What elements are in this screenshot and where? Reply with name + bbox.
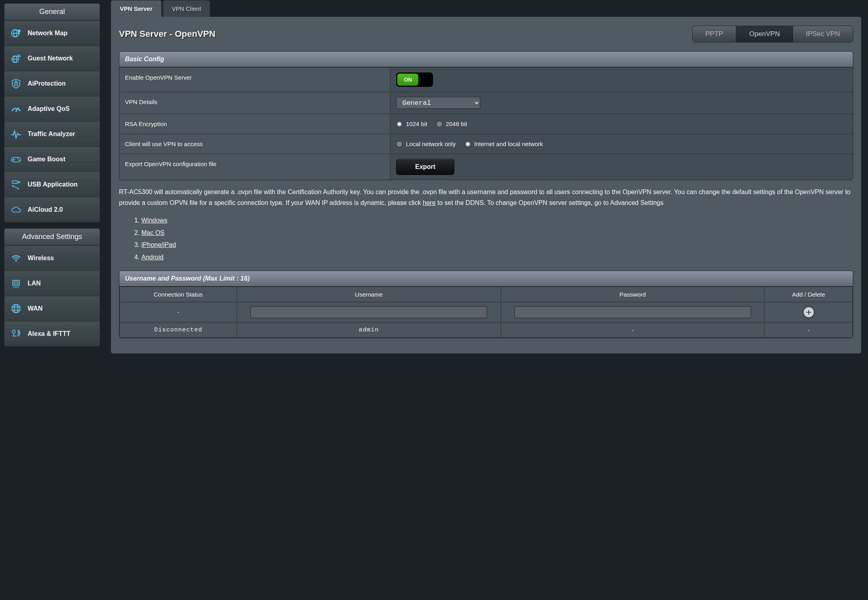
platform-link-android[interactable]: Android	[141, 254, 163, 261]
svg-rect-7	[14, 83, 18, 86]
sidebar-general-header: General	[4, 4, 100, 20]
sidebar-item-wan[interactable]: WAN	[4, 296, 100, 321]
sidebar-advanced-panel: Advanced Settings WirelessLANWANAlexa & …	[4, 228, 100, 347]
svg-point-26	[12, 305, 20, 313]
sidebar-general-panel: General Network MapGuest NetworkAiProtec…	[4, 3, 100, 223]
globe-wifi-icon	[9, 52, 23, 65]
ddns-here-link[interactable]: here	[423, 199, 436, 206]
svg-rect-20	[13, 281, 20, 286]
sidebar-item-game-boost[interactable]: Game Boost	[4, 146, 100, 172]
section-userpass: Username and Password (Max Limit : 16) C…	[119, 271, 853, 338]
row-action: -	[765, 322, 853, 337]
platform-list: WindowsMac OSiPhone/iPadAndroid	[119, 215, 853, 263]
lan-icon	[9, 277, 23, 290]
sidebar-item-alexa-ifttt[interactable]: Alexa & IFTTT	[4, 321, 100, 346]
globe-pin-icon	[9, 26, 23, 40]
svg-point-18	[18, 188, 19, 189]
rsa-1024-radio[interactable]: 1024 bit	[396, 120, 427, 127]
vpn-access-label: Client will use VPN to access	[119, 134, 391, 154]
rsa-encryption-label: RSA Encryption	[119, 114, 391, 134]
pulse-icon	[9, 127, 23, 141]
sidebar-item-aiprotection[interactable]: AiProtection	[4, 71, 100, 96]
gauge-icon	[9, 102, 23, 116]
export-config-label: Export OpenVPN configuration file	[119, 154, 391, 180]
platform-link-mac-os[interactable]: Mac OS	[141, 229, 165, 236]
radio-icon	[396, 141, 403, 147]
svg-point-27	[14, 305, 18, 313]
svg-point-17	[12, 185, 14, 187]
rsa-2048-label: 2048 bit	[446, 120, 467, 127]
col-password: Password	[501, 287, 765, 302]
sidebar-item-traffic-analyzer[interactable]: Traffic Analyzer	[4, 121, 100, 146]
svg-rect-21	[14, 282, 18, 284]
gamepad-icon	[9, 153, 23, 166]
svg-point-14	[18, 160, 20, 161]
sidebar-item-usb-application[interactable]: USB Application	[4, 172, 100, 197]
wifi-icon	[9, 251, 23, 265]
sidebar-item-label: Adaptive QoS	[28, 105, 70, 112]
rsa-2048-radio[interactable]: 2048 bit	[436, 120, 467, 127]
svg-rect-15	[12, 181, 18, 184]
enable-openvpn-label: Enable OpenVPN Server	[119, 68, 391, 92]
vpn-details-select[interactable]: General	[396, 97, 480, 109]
tab-vpn-client[interactable]: VPN Client	[163, 0, 210, 17]
tab-vpn-server[interactable]: VPN Server	[111, 0, 162, 17]
sidebar-item-guest-network[interactable]: Guest Network	[4, 46, 100, 71]
toggle-on-label: ON	[397, 74, 418, 86]
sidebar-item-label: Traffic Analyzer	[28, 130, 75, 138]
vpn-mode-group: PPTP OpenVPN IPSec VPN	[692, 26, 853, 42]
sidebar-item-label: Guest Network	[28, 55, 73, 62]
export-button[interactable]: Export	[396, 159, 454, 175]
section-basic-config: Basic Config Enable OpenVPN Server ON VP…	[119, 51, 853, 180]
new-username-input[interactable]	[250, 306, 487, 318]
sidebar-item-label: AiCloud 2.0	[28, 206, 63, 213]
access-local-label: Local network only	[406, 140, 455, 147]
svg-point-30	[12, 330, 16, 333]
radio-icon	[396, 121, 403, 127]
seg-pptp[interactable]: PPTP	[693, 26, 736, 42]
sidebar-item-label: AiProtection	[28, 80, 66, 87]
sidebar-item-label: Alexa & IFTTT	[28, 330, 70, 337]
enable-openvpn-toggle[interactable]: ON	[396, 72, 433, 87]
sidebar-item-label: LAN	[28, 280, 41, 287]
sidebar-item-label: WAN	[28, 305, 42, 312]
platform-link-iphone-ipad[interactable]: iPhone/iPad	[141, 241, 176, 248]
userpass-header: Username and Password (Max Limit : 16)	[119, 271, 853, 287]
new-row-status: -	[120, 302, 237, 322]
svg-point-13	[17, 159, 18, 160]
shield-lock-icon	[9, 77, 23, 90]
seg-ipsec[interactable]: IPSec VPN	[793, 26, 853, 42]
voice-icon	[9, 327, 23, 341]
col-username: Username	[237, 287, 501, 302]
sidebar-item-label: Game Boost	[28, 156, 65, 163]
page-title: VPN Server - OpenVPN	[119, 29, 215, 39]
seg-openvpn[interactable]: OpenVPN	[736, 26, 793, 42]
user-row: Disconnectedadmin--	[120, 322, 853, 337]
sidebar-item-network-map[interactable]: Network Map	[4, 20, 100, 46]
sidebar-item-adaptive-qos[interactable]: Adaptive QoS	[4, 96, 100, 121]
sidebar-item-wireless[interactable]: Wireless	[4, 245, 100, 271]
col-action: Add / Delete	[765, 287, 853, 302]
sidebar-item-label: Wireless	[28, 255, 54, 262]
access-both-label: Internet and local network	[474, 140, 543, 147]
svg-point-3	[18, 30, 21, 33]
svg-point-9	[15, 110, 17, 112]
access-both-radio[interactable]: Internet and local network	[465, 140, 543, 147]
radio-icon	[436, 121, 443, 127]
col-status: Connection Status	[120, 287, 237, 302]
globe-icon	[9, 302, 23, 315]
add-user-button[interactable]: ＋	[803, 306, 815, 318]
description-text: RT-AC5300 will automatically generate a …	[119, 187, 853, 208]
platform-link-windows[interactable]: Windows	[141, 217, 167, 224]
sidebar-item-aicloud-2-0[interactable]: AiCloud 2.0	[4, 197, 100, 222]
row-status: Disconnected	[120, 322, 237, 337]
access-local-radio[interactable]: Local network only	[396, 140, 455, 147]
basic-config-header: Basic Config	[119, 52, 853, 67]
new-password-input[interactable]	[514, 306, 751, 318]
sidebar-item-lan[interactable]: LAN	[4, 271, 100, 296]
row-password: -	[501, 322, 765, 337]
sidebar-advanced-header: Advanced Settings	[4, 229, 100, 245]
row-username: admin	[237, 322, 501, 337]
sidebar-item-label: Network Map	[28, 30, 68, 37]
usb-icon	[9, 178, 23, 191]
